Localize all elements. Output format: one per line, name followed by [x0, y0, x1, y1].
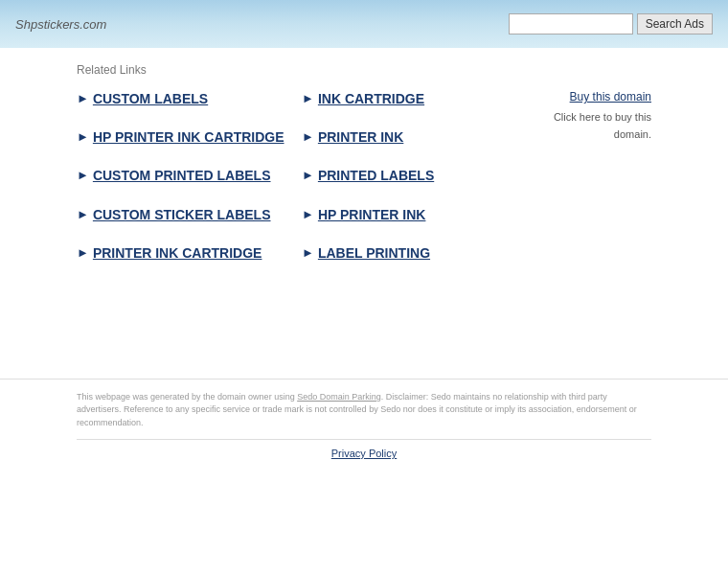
link-item-anchor[interactable]: HP PRINTER INK: [318, 206, 426, 223]
link-item-anchor[interactable]: LABEL PRINTING: [318, 244, 430, 262]
footer-disclaimer: This webpage was generated by the domain…: [77, 391, 651, 430]
list-item: ►INK CARTRIDGE: [302, 90, 527, 107]
arrow-icon: ►: [302, 91, 314, 105]
footer: This webpage was generated by the domain…: [0, 379, 728, 472]
site-title: Shpstickers.com: [15, 17, 106, 32]
buy-domain-text: Click here to buy this domain.: [554, 111, 651, 140]
list-item: ►HP PRINTER INK CARTRIDGE: [77, 128, 302, 146]
arrow-icon: ►: [77, 245, 89, 260]
sidebar: Buy this domain Click here to buy this d…: [527, 90, 651, 283]
arrow-icon: ►: [302, 168, 314, 182]
buy-domain-link[interactable]: Buy this domain: [536, 90, 651, 104]
header: Shpstickers.com Search Ads: [0, 0, 728, 48]
sedo-link[interactable]: Sedo Domain Parking: [297, 392, 381, 402]
list-item: ►PRINTED LABELS: [302, 167, 527, 184]
main-content: Related Links ►CUSTOM LABELS►HP PRINTER …: [0, 48, 728, 302]
arrow-icon: ►: [77, 91, 89, 105]
related-links-label: Related Links: [77, 63, 651, 77]
right-link-column: ►INK CARTRIDGE►PRINTER INK►PRINTED LABEL…: [302, 90, 527, 283]
link-item-anchor[interactable]: CUSTOM LABELS: [93, 90, 208, 107]
left-link-column: ►CUSTOM LABELS►HP PRINTER INK CARTRIDGE►…: [77, 90, 302, 283]
arrow-icon: ►: [77, 129, 89, 144]
search-area: Search Ads: [509, 13, 713, 34]
list-item: ►CUSTOM LABELS: [77, 90, 302, 107]
list-item: ►CUSTOM STICKER LABELS: [77, 206, 302, 223]
arrow-icon: ►: [302, 245, 314, 260]
links-section: ►CUSTOM LABELS►HP PRINTER INK CARTRIDGE►…: [77, 90, 527, 283]
link-item-anchor[interactable]: PRINTER INK CARTRIDGE: [93, 244, 262, 262]
list-item: ►CUSTOM PRINTED LABELS: [77, 167, 302, 184]
link-item-anchor[interactable]: PRINTER INK: [318, 128, 403, 146]
footer-privacy: Privacy Policy: [77, 448, 651, 459]
list-item: ►HP PRINTER INK: [302, 206, 527, 223]
arrow-icon: ►: [302, 207, 314, 221]
list-item: ►PRINTER INK: [302, 128, 527, 146]
privacy-policy-link[interactable]: Privacy Policy: [331, 448, 397, 459]
link-item-anchor[interactable]: CUSTOM STICKER LABELS: [93, 206, 271, 223]
search-button[interactable]: Search Ads: [637, 13, 713, 34]
link-item-anchor[interactable]: CUSTOM PRINTED LABELS: [93, 167, 271, 184]
arrow-icon: ►: [302, 129, 314, 144]
arrow-icon: ►: [77, 207, 89, 221]
link-item-anchor[interactable]: HP PRINTER INK CARTRIDGE: [93, 128, 284, 146]
content-wrapper: ►CUSTOM LABELS►HP PRINTER INK CARTRIDGE►…: [77, 90, 651, 283]
link-item-anchor[interactable]: PRINTED LABELS: [318, 167, 434, 184]
link-item-anchor[interactable]: INK CARTRIDGE: [318, 90, 424, 107]
search-input[interactable]: [509, 13, 633, 34]
list-item: ►LABEL PRINTING: [302, 244, 527, 262]
footer-divider: [77, 439, 651, 440]
arrow-icon: ►: [77, 168, 89, 182]
list-item: ►PRINTER INK CARTRIDGE: [77, 244, 302, 262]
